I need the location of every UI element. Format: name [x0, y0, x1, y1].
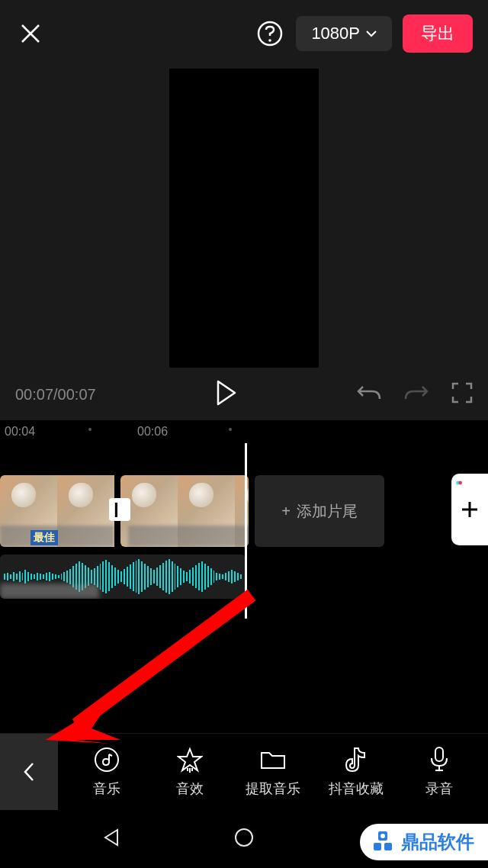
help-button[interactable]: [255, 18, 285, 49]
undo-button[interactable]: [357, 382, 381, 407]
plus-icon: +: [281, 503, 291, 520]
ruler-tick: 00:06: [137, 425, 168, 439]
ruler-dot: [88, 428, 92, 431]
svg-point-11: [380, 834, 385, 838]
svg-rect-12: [374, 843, 381, 850]
fullscreen-icon: [451, 382, 473, 403]
watermark-text: 鼎品软件: [401, 830, 474, 854]
transition-button[interactable]: ▎: [109, 498, 130, 521]
svg-rect-13: [384, 843, 392, 850]
video-clip[interactable]: 最佳: [0, 475, 114, 547]
svg-rect-7: [435, 747, 443, 761]
music-note-icon: [93, 746, 120, 773]
circle-home-icon: [234, 828, 254, 847]
tool-music[interactable]: 音乐: [72, 746, 141, 798]
watermark-badge: 鼎品软件: [360, 824, 488, 860]
douyin-icon: [342, 746, 370, 773]
tool-sound-effect[interactable]: 音效: [156, 746, 224, 798]
video-track: 最佳 ▎ + 添加片尾: [0, 474, 488, 548]
play-icon: [215, 380, 238, 406]
tool-label: 音乐: [93, 780, 120, 798]
ruler-tick: 00:04: [5, 425, 35, 439]
microphone-icon: [425, 746, 453, 773]
svg-point-3: [458, 481, 462, 485]
star-sound-icon: [176, 746, 204, 773]
plus-icon: [459, 499, 480, 520]
close-button[interactable]: [15, 18, 46, 49]
back-button[interactable]: [0, 734, 58, 810]
tool-label: 抖音收藏: [329, 780, 384, 798]
tiktok-badge-icon: [456, 480, 462, 486]
tool-douyin-favorites[interactable]: 抖音收藏: [322, 746, 390, 798]
redo-button[interactable]: [404, 382, 429, 407]
top-bar: 1080P 导出: [0, 0, 488, 67]
play-button[interactable]: [215, 380, 238, 409]
resolution-label: 1080P: [311, 24, 360, 43]
help-icon: [257, 21, 283, 47]
folder-icon: [259, 746, 287, 773]
svg-point-1: [269, 39, 272, 42]
playhead[interactable]: [245, 443, 247, 619]
nav-home-button[interactable]: [234, 828, 254, 850]
watermark-logo-icon: [371, 830, 395, 854]
nav-back-button[interactable]: [102, 828, 122, 850]
close-icon: [19, 22, 42, 45]
redo-icon: [404, 382, 429, 403]
tool-label: 音效: [176, 780, 204, 798]
timecode: 00:07/00:07: [15, 386, 96, 403]
fullscreen-button[interactable]: [451, 382, 473, 407]
tool-extract-music[interactable]: 提取音乐: [239, 746, 307, 798]
export-label: 导出: [421, 24, 454, 43]
undo-icon: [357, 382, 381, 403]
video-clip[interactable]: [120, 475, 249, 547]
tool-label: 提取音乐: [246, 780, 300, 798]
triangle-back-icon: [102, 828, 122, 847]
add-ending-label: 添加片尾: [297, 501, 358, 522]
resolution-selector[interactable]: 1080P: [296, 16, 392, 51]
ruler-dot: [229, 428, 232, 431]
svg-point-8: [236, 829, 252, 846]
timeline-ruler[interactable]: 00:04 00:06: [0, 420, 488, 443]
clip-caption: 最佳: [30, 530, 58, 545]
preview-area: [0, 67, 488, 368]
timeline-area[interactable]: 最佳 ▎ + 添加片尾 // placeholder handled below…: [0, 443, 488, 733]
add-clip-button[interactable]: [451, 474, 488, 545]
audio-clip[interactable]: // placeholder handled below after data …: [0, 555, 246, 599]
preview-frame[interactable]: [169, 69, 319, 368]
tool-label: 录音: [425, 780, 453, 798]
chevron-left-icon: [22, 760, 36, 783]
play-bar: 00:07/00:07: [0, 368, 488, 420]
export-button[interactable]: 导出: [403, 14, 473, 53]
add-ending-button[interactable]: + 添加片尾: [255, 475, 384, 547]
audio-toolbar: 音乐 音效 提取音乐 抖音收藏 录音: [0, 734, 488, 810]
chevron-down-icon: [366, 30, 377, 37]
tool-record[interactable]: 录音: [405, 746, 474, 798]
